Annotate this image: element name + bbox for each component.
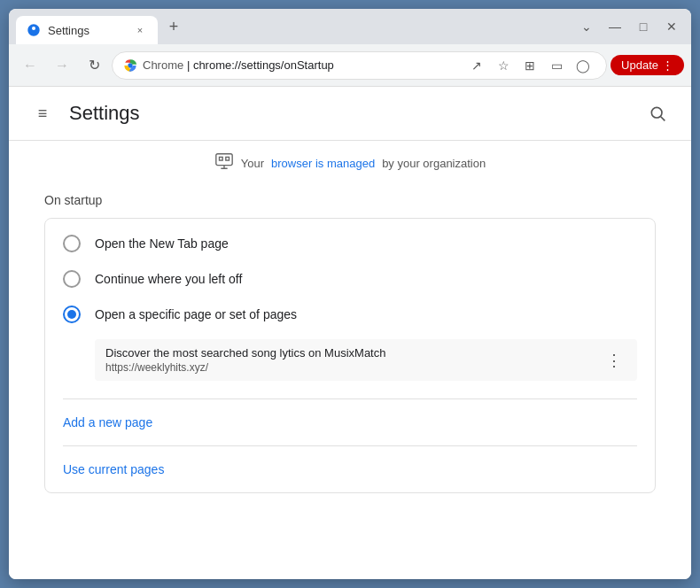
page-entry-url: https://weeklyhits.xyz/ bbox=[105, 361, 602, 374]
tab-close-button[interactable]: × bbox=[133, 23, 147, 37]
win-maximize-button[interactable]: □ bbox=[631, 14, 656, 39]
new-tab-button[interactable]: + bbox=[161, 14, 186, 39]
toolbar: ← → ↻ Chrome | chrome://settings/onStart… bbox=[9, 44, 691, 87]
win-restore-button[interactable]: ⌄ bbox=[574, 14, 599, 39]
managed-text-after: by your organization bbox=[382, 157, 486, 170]
active-tab[interactable]: Settings × bbox=[16, 16, 158, 44]
address-separator: | bbox=[187, 58, 193, 72]
extensions-icon[interactable]: ⊞ bbox=[517, 53, 542, 78]
profile-icon[interactable]: ◯ bbox=[571, 53, 595, 78]
managed-link[interactable]: browser is managed bbox=[271, 157, 375, 170]
option-specific-page[interactable]: Open a specific page or set of pages bbox=[45, 297, 655, 332]
svg-line-2 bbox=[661, 117, 665, 121]
menu-icon-button[interactable]: ≡ bbox=[27, 97, 58, 129]
svg-rect-5 bbox=[226, 157, 229, 160]
divider bbox=[63, 398, 637, 399]
managed-icon bbox=[214, 151, 234, 175]
chrome-logo-icon bbox=[123, 58, 137, 73]
managed-banner: Your browser is managed by your organiza… bbox=[9, 141, 691, 186]
startup-card: Open the New Tab page Continue where you… bbox=[44, 218, 656, 493]
window-controls: ⌄ — □ ✕ bbox=[574, 9, 691, 44]
browser-window: Settings × + ⌄ — □ ✕ ← → ↻ bbox=[9, 9, 691, 579]
radio-new-tab[interactable] bbox=[63, 235, 81, 252]
managed-text-before: Your bbox=[241, 157, 264, 170]
svg-point-1 bbox=[651, 107, 662, 118]
page-entry: Discover the most searched song lytics o… bbox=[95, 339, 637, 381]
refresh-button[interactable]: ↻ bbox=[80, 51, 108, 80]
toolbar-right: Update ⋮ bbox=[611, 55, 684, 75]
forward-button[interactable]: → bbox=[48, 51, 76, 80]
svg-rect-4 bbox=[219, 157, 222, 160]
address-bar[interactable]: Chrome | chrome://settings/onStartup ↗ ☆… bbox=[112, 51, 607, 80]
tab-favicon bbox=[27, 23, 41, 37]
address-url: chrome://settings/onStartup bbox=[193, 58, 334, 72]
specific-page-section: Discover the most searched song lytics o… bbox=[45, 332, 655, 391]
option-new-tab-label: Open the New Tab page bbox=[95, 236, 229, 251]
tab-strip: Settings × + bbox=[9, 9, 574, 44]
add-new-page-button[interactable]: Add a new page bbox=[45, 406, 655, 438]
radio-specific-page[interactable] bbox=[63, 306, 81, 323]
page-entry-info: Discover the most searched song lytics o… bbox=[105, 346, 602, 374]
option-new-tab[interactable]: Open the New Tab page bbox=[45, 226, 655, 261]
address-text: Chrome | chrome://settings/onStartup bbox=[143, 58, 459, 72]
option-continue[interactable]: Continue where you left off bbox=[45, 261, 655, 297]
win-close-button[interactable]: ✕ bbox=[659, 14, 684, 39]
title-bar: Settings × + ⌄ — □ ✕ bbox=[9, 9, 691, 44]
back-button[interactable]: ← bbox=[16, 51, 44, 80]
page-entry-menu-button[interactable]: ⋮ bbox=[602, 348, 626, 373]
svg-rect-3 bbox=[216, 154, 232, 166]
update-button[interactable]: Update ⋮ bbox=[611, 55, 684, 75]
update-menu-icon: ⋮ bbox=[662, 58, 673, 72]
search-icon-button[interactable] bbox=[642, 97, 673, 129]
address-brand: Chrome bbox=[143, 58, 183, 72]
radio-continue[interactable] bbox=[63, 270, 81, 288]
settings-header: ≡ Settings bbox=[9, 87, 691, 141]
settings-page-title: Settings bbox=[69, 102, 642, 125]
section-label: On startup bbox=[44, 193, 656, 207]
bookmark-icon[interactable]: ☆ bbox=[491, 53, 516, 78]
page-entry-title: Discover the most searched song lytics o… bbox=[105, 346, 602, 360]
page-content: ≡ Settings Your browser is managed bbox=[9, 87, 691, 579]
win-minimize-button[interactable]: — bbox=[603, 14, 627, 39]
address-actions: ↗ ☆ ⊞ ▭ ◯ bbox=[464, 53, 595, 78]
tab-title: Settings bbox=[48, 24, 126, 37]
update-label: Update bbox=[621, 58, 658, 72]
option-specific-page-label: Open a specific page or set of pages bbox=[95, 307, 297, 321]
share-icon[interactable]: ↗ bbox=[464, 53, 489, 78]
settings-section: On startup Open the New Tab page Continu… bbox=[9, 186, 691, 511]
use-current-pages-button[interactable]: Use current pages bbox=[45, 453, 655, 485]
divider-2 bbox=[63, 445, 637, 446]
option-continue-label: Continue where you left off bbox=[95, 272, 242, 286]
radio-inner-dot bbox=[67, 310, 76, 319]
split-view-icon[interactable]: ▭ bbox=[544, 53, 569, 78]
